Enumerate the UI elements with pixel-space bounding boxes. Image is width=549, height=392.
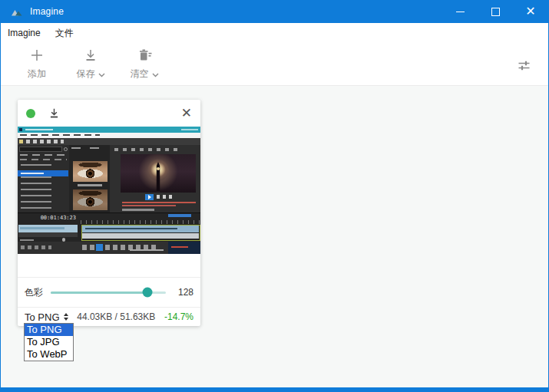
size-info: 44.03KB / 51.63KB [68,311,164,322]
window-title: Imagine [30,6,64,17]
image-card: ✕ [18,100,200,326]
slider-value: 128 [174,287,193,298]
clear-button-label: 清空 [131,68,149,81]
thumb-eye-image [73,161,107,182]
app-logo-icon [11,8,23,16]
close-icon: ✕ [525,5,535,18]
status-dot [26,109,35,118]
format-select[interactable]: To PNG [25,311,68,323]
card-header: ✕ [18,100,200,127]
chevron-down-icon [98,69,105,80]
main-area: ✕ [1,86,548,387]
toolbar: 添加 保存 清空 [1,43,548,86]
add-button[interactable]: 添加 [21,48,53,85]
color-slider[interactable] [51,292,166,294]
close-icon: ✕ [181,106,192,120]
clear-button[interactable]: 清空 [128,48,160,85]
thumb-timecode: 00:01:43:23 [22,215,76,222]
add-button-label: 添加 [28,68,46,81]
save-button-label: 保存 [77,68,95,81]
menu-bar: Imagine 文件 [1,23,548,43]
card-spacer [18,254,200,277]
dropdown-option-png[interactable]: To PNG [25,324,73,336]
savings-percent: -14.7% [164,311,193,322]
app-window: Imagine ✕ Imagine 文件 添加 保存 [0,0,549,392]
close-button[interactable]: ✕ [513,0,548,23]
color-slider-row: 色彩 128 [18,278,200,307]
thumb-eye-image-2 [73,189,107,210]
image-preview-thumbnail: 00:01:43:23 [18,127,200,254]
format-select-value: To PNG [25,311,60,323]
remove-image-button[interactable]: ✕ [181,107,192,120]
window-controls: ✕ [442,0,548,23]
menu-item-file[interactable]: 文件 [55,27,74,40]
save-button[interactable]: 保存 [74,48,107,85]
format-dropdown: To PNG To JPG To WebP [24,323,74,361]
settings-button[interactable] [517,58,531,76]
bottom-accent-bar [1,387,548,392]
chevron-down-icon [152,69,159,80]
sliders-icon [517,58,531,76]
slider-label: 色彩 [25,286,43,299]
dropdown-option-webp[interactable]: To WebP [25,348,73,361]
thumb-bigben-image [121,154,196,193]
menu-item-imagine[interactable]: Imagine [8,28,41,38]
download-icon [84,48,98,64]
thumb-play-button [145,194,154,200]
slider-handle[interactable] [143,288,153,298]
maximize-button[interactable] [478,0,513,23]
dropdown-option-jpg[interactable]: To JPG [25,336,73,348]
save-image-button[interactable] [48,107,60,119]
title-bar: Imagine ✕ [1,0,548,23]
minimize-icon [456,12,465,12]
download-icon [48,107,60,119]
slider-fill [51,292,147,294]
trash-icon [137,48,152,64]
maximize-icon [491,8,500,16]
minimize-button[interactable] [442,0,478,23]
plus-icon [30,48,44,64]
